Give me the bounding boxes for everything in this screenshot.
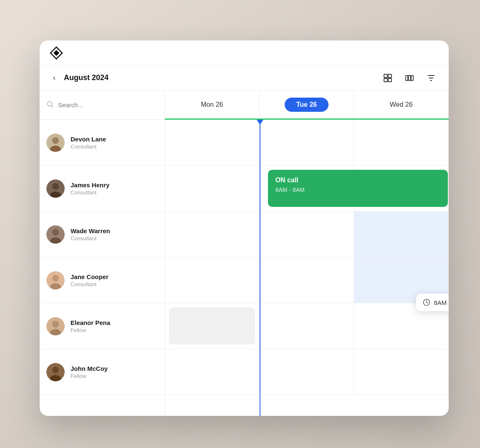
person-name: Wade Warren — [71, 227, 110, 234]
person-role: Consultant — [71, 235, 110, 242]
cal-cell-blue — [354, 211, 449, 257]
event-time: 8AM - 8AM — [275, 186, 440, 193]
svg-rect-1 — [53, 50, 59, 55]
cal-cell-event: ON call 8AM - 8AM — [260, 166, 354, 211]
cal-cell-blue: 8AM → 12 — [354, 257, 449, 303]
person-info: James Henry Consultant — [71, 181, 109, 196]
tooltip-time-start: 8AM — [434, 299, 447, 306]
cal-cell — [260, 211, 354, 257]
cal-cell — [260, 257, 354, 303]
person-info: Jane Cooper Consultant — [71, 273, 109, 287]
svg-point-12 — [52, 137, 59, 144]
person-info: Eleanor Pena Fellow — [71, 319, 110, 333]
list-item: Jane Cooper Consultant — [40, 257, 164, 303]
header-right — [380, 70, 439, 86]
svg-point-21 — [52, 275, 59, 282]
header-left: ‹ August 2024 — [50, 72, 109, 84]
back-button[interactable]: ‹ — [50, 72, 59, 84]
cal-cell — [354, 349, 449, 395]
person-name: Jane Cooper — [71, 273, 109, 280]
svg-point-27 — [52, 367, 59, 373]
svg-point-9 — [48, 101, 52, 106]
search-icon — [46, 101, 54, 110]
cal-cell — [260, 120, 354, 165]
calendar-row — [165, 120, 449, 166]
person-name: Devon Lane — [71, 136, 106, 143]
avatar — [46, 179, 65, 198]
cal-cell — [354, 120, 449, 165]
app-window: ‹ August 2024 — [40, 40, 449, 416]
gray-shade-block — [169, 307, 255, 345]
list-item: James Henry Consultant — [40, 166, 164, 211]
event-title: ON call — [275, 176, 440, 184]
person-role: Consultant — [71, 189, 109, 196]
top-bar — [40, 40, 449, 65]
svg-point-18 — [52, 229, 59, 236]
cal-cell — [165, 120, 260, 165]
avatar — [46, 271, 65, 289]
cal-cell — [165, 211, 260, 257]
svg-line-10 — [52, 106, 53, 107]
grid-view-button[interactable] — [380, 70, 395, 86]
svg-rect-3 — [388, 74, 392, 78]
avatar — [46, 225, 65, 244]
list-item: Eleanor Pena Fellow — [40, 303, 164, 349]
svg-rect-8 — [411, 76, 413, 81]
main-content: Devon Lane Consultant James Henry Cons — [40, 91, 449, 416]
calendar-row — [165, 303, 449, 349]
cal-cell-gray — [165, 303, 260, 349]
avatar — [46, 133, 65, 152]
person-name: John McCoy — [71, 365, 108, 372]
list-item: Wade Warren Consultant — [40, 211, 164, 257]
person-name: Eleanor Pena — [71, 319, 110, 326]
person-info: Wade Warren Consultant — [71, 227, 110, 242]
day-col-mon: Mon 26 — [165, 91, 260, 118]
person-role: Fellow — [71, 373, 108, 379]
list-item: John McCoy Fellow — [40, 349, 164, 395]
calendar-row: 8AM → 12 — [165, 257, 449, 303]
search-area — [40, 91, 164, 120]
calendar-row: ON call 8AM - 8AM — [165, 166, 449, 211]
day-col-wed: Wed 26 — [354, 91, 449, 118]
day-label-wed: Wed 26 — [390, 101, 413, 108]
calendar-row — [165, 349, 449, 395]
filter-icon — [427, 73, 436, 83]
columns-view-button[interactable] — [402, 70, 417, 86]
calendar-grid: Mon 26 Tue 26 Wed 26 — [165, 91, 449, 416]
time-tooltip: 8AM → 12 — [416, 294, 449, 311]
current-time-line — [260, 120, 260, 416]
calendar-container: Devon Lane Consultant James Henry Cons — [40, 91, 449, 416]
person-info: Devon Lane Consultant — [71, 136, 106, 150]
person-info: John McCoy Fellow — [71, 365, 108, 379]
filter-button[interactable] — [424, 70, 439, 86]
person-role: Fellow — [71, 327, 110, 333]
day-label-tue: Tue 26 — [285, 98, 329, 112]
blue-shade-cell — [354, 211, 448, 257]
day-col-tue: Tue 26 — [260, 91, 354, 118]
columns-icon — [405, 73, 414, 83]
avatar — [46, 317, 65, 335]
cal-cell — [165, 257, 260, 303]
month-title: August 2024 — [64, 73, 109, 82]
svg-line-31 — [427, 302, 428, 303]
svg-point-15 — [52, 183, 59, 190]
svg-rect-6 — [406, 76, 408, 81]
svg-rect-4 — [384, 78, 387, 82]
list-item: Devon Lane Consultant — [40, 120, 164, 166]
day-label-mon: Mon 26 — [201, 101, 223, 108]
search-input[interactable] — [58, 101, 158, 108]
calendar-rows: ON call 8AM - 8AM — [165, 120, 449, 416]
svg-point-24 — [52, 321, 59, 327]
clock-icon — [423, 299, 430, 306]
person-role: Consultant — [71, 281, 109, 287]
header: ‹ August 2024 — [40, 65, 449, 91]
event-block[interactable]: ON call 8AM - 8AM — [268, 170, 448, 207]
cal-cell — [260, 303, 354, 349]
cal-cell — [165, 349, 260, 395]
cal-cell — [260, 349, 354, 395]
avatar — [46, 363, 65, 381]
logo-icon — [50, 46, 63, 60]
person-name: James Henry — [71, 181, 109, 189]
grid-icon — [383, 73, 392, 83]
people-panel: Devon Lane Consultant James Henry Cons — [40, 91, 165, 416]
